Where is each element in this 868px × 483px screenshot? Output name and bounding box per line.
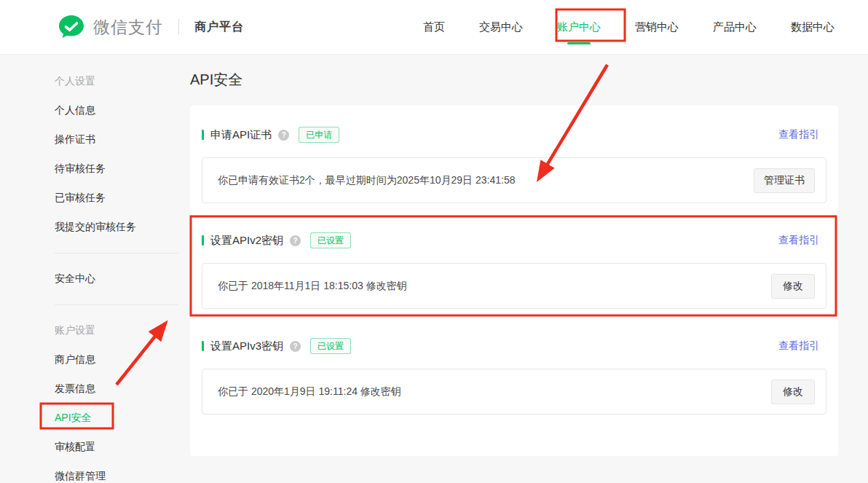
section-header: 设置APIv2密钥 ? 已设置 查看指引 [202, 232, 826, 248]
sidebar-item-merchant-info[interactable]: 商户信息 [55, 345, 190, 374]
section-apiv3-key: 设置APIv3密钥 ? 已设置 查看指引 你已于 2020年1月9日 19:11… [202, 338, 826, 415]
modify-apiv3-key-button[interactable]: 修改 [771, 380, 815, 404]
sidebar-item-invoice-info[interactable]: 发票信息 [55, 374, 190, 404]
apiv2-info-box: 你已于 2018年11月1日 18:15:03 修改密钥 修改 [202, 263, 826, 309]
sidebar-item-review-config[interactable]: 审核配置 [55, 433, 190, 462]
nav-item-trade-center[interactable]: 交易中心 [478, 13, 524, 42]
nav-item-marketing-center[interactable]: 营销中心 [634, 13, 680, 42]
content-area: 个人设置 个人信息 操作证书 待审核任务 已审核任务 我提交的审核任务 安全中心… [0, 55, 868, 483]
main-content: API安全 申请API证书 ? 已申请 查看指引 你已申请有效证书2个，最早过期… [190, 55, 868, 456]
sidebar-header-account-settings: 账户设置 [55, 316, 190, 345]
section-header: 设置APIv3密钥 ? 已设置 查看指引 [202, 338, 826, 354]
sidebar-item-api-security[interactable]: API安全 [55, 404, 190, 433]
top-header: 微信支付 商户平台 首页 交易中心 账户中心 营销中心 产品中心 数据中心 [0, 0, 868, 55]
nav-item-home[interactable]: 首页 [422, 13, 446, 42]
status-badge-set: 已设置 [310, 232, 351, 248]
help-icon[interactable]: ? [278, 130, 289, 141]
api-security-card: 申请API证书 ? 已申请 查看指引 你已申请有效证书2个，最早过期时间为202… [190, 106, 838, 456]
section-accent-bar [202, 130, 204, 140]
top-navigation: 首页 交易中心 账户中心 营销中心 产品中心 数据中心 [422, 13, 836, 42]
view-guide-link[interactable]: 查看指引 [778, 128, 819, 141]
manage-certificate-button[interactable]: 管理证书 [754, 168, 815, 193]
sidebar-divider [55, 305, 178, 305]
sidebar-item-my-submitted-tasks[interactable]: 我提交的审核任务 [55, 213, 190, 242]
page-title: API安全 [190, 70, 868, 90]
logo-divider [178, 19, 179, 35]
nav-item-product-center[interactable]: 产品中心 [711, 13, 758, 42]
section-title: 设置APIv3密钥 [210, 339, 283, 353]
sidebar: 个人设置 个人信息 操作证书 待审核任务 已审核任务 我提交的审核任务 安全中心… [0, 55, 190, 483]
section-api-certificate: 申请API证书 ? 已申请 查看指引 你已申请有效证书2个，最早过期时间为202… [202, 127, 826, 203]
status-badge-applied: 已申请 [299, 127, 339, 143]
help-icon[interactable]: ? [290, 341, 301, 352]
apiv2-status-text: 你已于 2018年11月1日 18:15:03 修改密钥 [218, 280, 771, 293]
view-guide-link[interactable]: 查看指引 [778, 234, 819, 247]
sidebar-item-operation-certificate[interactable]: 操作证书 [55, 125, 190, 154]
section-accent-bar [202, 235, 204, 246]
sidebar-item-pending-review-tasks[interactable]: 待审核任务 [55, 154, 190, 184]
apiv3-status-text: 你已于 2020年1月9日 19:11:24 修改密钥 [218, 385, 771, 398]
section-apiv2-key: 设置APIv2密钥 ? 已设置 查看指引 你已于 2018年11月1日 18:1… [202, 232, 826, 309]
sidebar-item-security-center[interactable]: 安全中心 [55, 264, 190, 294]
section-header: 申请API证书 ? 已申请 查看指引 [202, 127, 826, 143]
sidebar-item-personal-info[interactable]: 个人信息 [55, 96, 190, 125]
status-badge-set: 已设置 [310, 338, 351, 354]
portal-label: 商户平台 [194, 20, 244, 35]
view-guide-link[interactable]: 查看指引 [778, 339, 819, 353]
sidebar-divider [55, 253, 178, 254]
certificate-info-box: 你已申请有效证书2个，最早过期时间为2025年10月29日 23:41:58 管… [202, 157, 826, 203]
apiv3-info-box: 你已于 2020年1月9日 19:11:24 修改密钥 修改 [202, 369, 826, 415]
nav-item-account-center[interactable]: 账户中心 [556, 13, 602, 42]
section-title: 申请API证书 [210, 128, 272, 142]
sidebar-item-reviewed-tasks[interactable]: 已审核任务 [55, 184, 190, 213]
help-icon[interactable]: ? [290, 235, 301, 246]
logo-text: 微信支付 [93, 16, 163, 39]
wechat-pay-logo: 微信支付 商户平台 [58, 15, 244, 39]
section-title: 设置APIv2密钥 [210, 234, 283, 248]
modify-apiv2-key-button[interactable]: 修改 [771, 274, 815, 299]
section-accent-bar [202, 341, 204, 351]
sidebar-item-wechat-group-management[interactable]: 微信群管理 [55, 462, 190, 483]
nav-item-data-center[interactable]: 数据中心 [789, 13, 836, 42]
certificate-status-text: 你已申请有效证书2个，最早过期时间为2025年10月29日 23:41:58 [218, 174, 754, 187]
wechat-bubble-icon [58, 15, 84, 39]
sidebar-header-personal-settings: 个人设置 [55, 67, 190, 96]
